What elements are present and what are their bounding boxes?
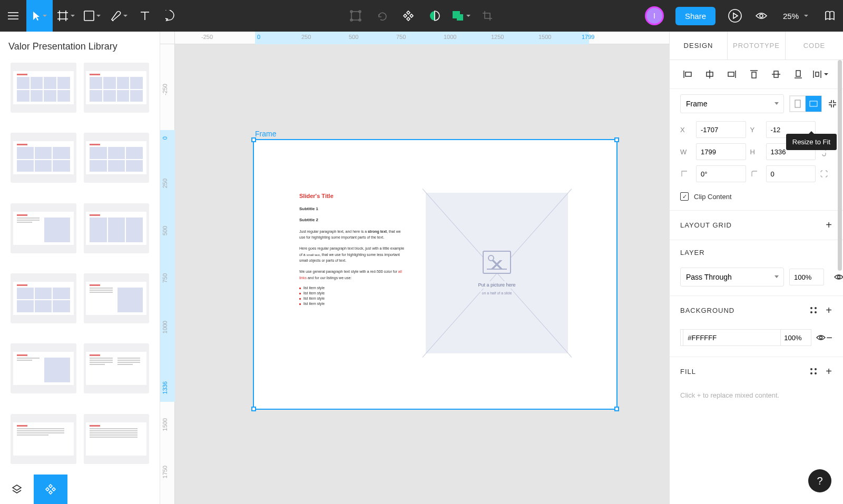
thumbnail[interactable]	[84, 203, 150, 253]
svg-rect-38	[810, 101, 817, 106]
background-visibility-icon[interactable]	[816, 334, 826, 341]
layer-header: LAYER	[680, 249, 705, 256]
move-tool[interactable]	[26, 0, 53, 32]
shape-tool[interactable]	[79, 0, 105, 32]
selected-frame[interactable]: Frame Slider's Title Subtitle 1 Subtitle…	[253, 130, 617, 410]
boolean-tool[interactable]	[448, 0, 474, 32]
layer-visibility-icon[interactable]	[834, 273, 843, 281]
menu-button[interactable]	[0, 0, 26, 32]
layout-grid-header: LAYOUT GRID	[680, 221, 732, 229]
help-shortcuts-icon[interactable]	[817, 0, 843, 32]
image-icon	[483, 251, 511, 274]
tooltip: Resize to Fit	[786, 134, 837, 150]
orientation-landscape[interactable]	[806, 96, 821, 112]
left-panel: Valor Presentation Library	[0, 32, 160, 504]
svg-rect-23	[685, 72, 691, 76]
blend-mode-select[interactable]	[680, 268, 784, 286]
align-hcenter[interactable]	[701, 67, 718, 81]
assets-tab[interactable]	[34, 475, 67, 504]
svg-point-39	[838, 276, 840, 279]
slide-list: list item stylelist item stylelist item …	[299, 286, 405, 305]
zoom-dropdown[interactable]: 25%	[775, 0, 817, 32]
canvas[interactable]: -250 0 250 500 750 1000 1250 1500 1799 -…	[160, 32, 669, 504]
align-right[interactable]	[723, 67, 740, 81]
frame-tool[interactable]	[53, 0, 79, 32]
thumbnail[interactable]	[11, 133, 76, 183]
thumbnail[interactable]	[84, 343, 150, 393]
orientation-portrait[interactable]	[790, 96, 806, 112]
resize-handle[interactable]	[251, 407, 256, 411]
independent-corners-icon[interactable]	[820, 170, 828, 178]
thumbnail[interactable]	[11, 63, 76, 113]
radius-icon	[750, 170, 759, 178]
svg-rect-37	[795, 100, 800, 107]
x-input[interactable]	[696, 121, 746, 138]
pen-tool[interactable]	[105, 0, 132, 32]
background-opacity[interactable]	[781, 329, 811, 346]
component-thumbnails	[0, 63, 160, 475]
background-hex[interactable]	[683, 329, 781, 346]
align-left[interactable]	[679, 67, 696, 81]
frame-label[interactable]: Frame	[255, 130, 617, 138]
text-tool[interactable]	[132, 0, 158, 32]
design-tab[interactable]: DESIGN	[670, 32, 728, 60]
rotation-input[interactable]	[696, 165, 746, 182]
thumbnail[interactable]	[84, 133, 150, 183]
svg-point-40	[820, 337, 822, 339]
user-avatar[interactable]: I	[645, 6, 664, 25]
svg-rect-7	[84, 11, 94, 21]
code-tab[interactable]: CODE	[786, 32, 843, 60]
layers-tab[interactable]	[0, 475, 34, 504]
style-picker-icon[interactable]	[810, 307, 817, 314]
layer-opacity[interactable]	[789, 269, 824, 285]
add-layout-grid[interactable]: +	[826, 219, 832, 231]
frame-preset-select[interactable]	[680, 94, 784, 113]
thumbnail[interactable]	[84, 414, 150, 464]
present-button[interactable]	[722, 0, 748, 32]
view-settings[interactable]	[748, 0, 775, 32]
slide-paragraph: Here goes regular paragraph text block, …	[299, 245, 405, 263]
left-panel-tabs	[0, 475, 160, 504]
thumbnail[interactable]	[11, 273, 76, 323]
svg-point-20	[760, 14, 763, 17]
resize-handle[interactable]	[614, 407, 619, 411]
fill-hint: Click + to replace mixed content.	[670, 386, 843, 410]
thumbnail[interactable]	[84, 63, 150, 113]
reset-icon	[369, 0, 395, 32]
radius-input[interactable]	[766, 165, 816, 182]
width-input[interactable]	[696, 143, 746, 160]
clip-content-checkbox[interactable]: ✓	[680, 192, 689, 201]
vertical-ruler[interactable]: -250 0 250 500 750 1000 1336 1500 1750	[160, 44, 175, 504]
image-placeholder: Put a picture here on a half of a slide	[426, 193, 568, 353]
toolbar-center	[342, 0, 501, 32]
toolbar-right: I Share 25%	[640, 0, 843, 32]
thumbnail[interactable]	[11, 203, 76, 253]
resize-handle[interactable]	[614, 137, 619, 142]
align-bottom[interactable]	[790, 67, 807, 81]
align-top[interactable]	[746, 67, 762, 81]
remove-background[interactable]: −	[826, 332, 832, 344]
thumbnail[interactable]	[11, 343, 76, 393]
distribute[interactable]	[812, 67, 829, 81]
design-panel: DESIGN PROTOTYPE CODE	[669, 32, 843, 504]
add-background[interactable]: +	[826, 304, 832, 317]
resize-to-fit[interactable]	[827, 96, 838, 112]
panel-scrollbar[interactable]	[838, 60, 842, 271]
horizontal-ruler[interactable]: -250 0 250 500 750 1000 1250 1500 1799	[175, 32, 669, 44]
svg-point-19	[729, 9, 741, 22]
style-picker-icon[interactable]	[810, 368, 817, 375]
thumbnail[interactable]	[11, 414, 76, 464]
library-title: Valor Presentation Library	[0, 32, 160, 63]
comment-tool[interactable]	[158, 0, 184, 32]
prototype-tab[interactable]: PROTOTYPE	[728, 32, 786, 60]
alignment-controls	[670, 60, 843, 89]
align-vcenter[interactable]	[768, 67, 785, 81]
resize-handle[interactable]	[251, 137, 256, 142]
add-fill[interactable]: +	[826, 365, 832, 378]
thumbnail[interactable]	[84, 273, 150, 323]
fill-header: FILL	[680, 368, 696, 375]
component-tool[interactable]	[395, 0, 422, 32]
mask-tool[interactable]	[422, 0, 448, 32]
share-button[interactable]: Share	[675, 7, 715, 25]
help-button[interactable]: ?	[808, 469, 831, 492]
